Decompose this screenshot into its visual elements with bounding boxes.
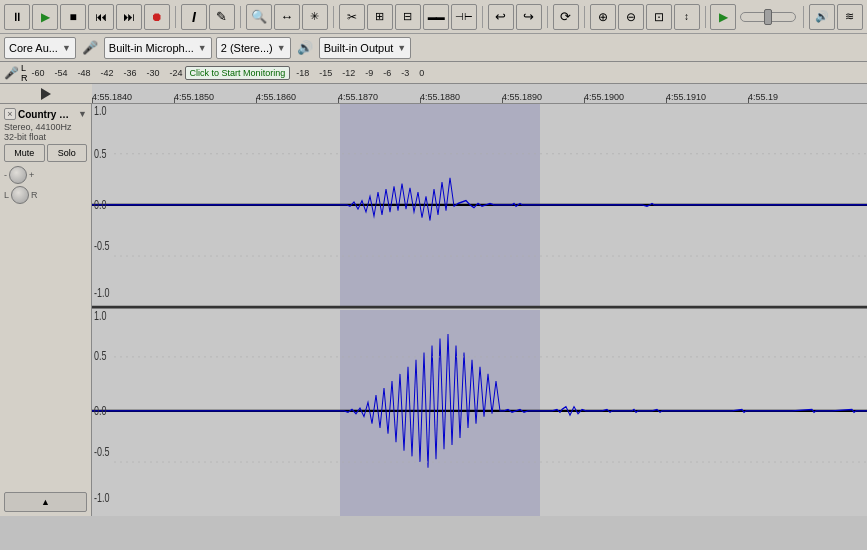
audio-host-select[interactable]: Core Au... ▼ [4, 37, 76, 59]
collapse-button[interactable]: ▲ [4, 492, 87, 512]
separator6 [584, 6, 585, 28]
zoom-in-tool-button[interactable]: 🔍 [246, 4, 272, 30]
ruler-label-8: 4:55.19 [748, 92, 778, 102]
output-device-label: Built-in Output [324, 42, 394, 54]
channel-select[interactable]: 2 (Stere...) ▼ [216, 37, 291, 59]
timeline-ruler: 4:55.18404:55.18504:55.18604:55.18704:55… [0, 84, 867, 104]
channel-arrow: ▼ [277, 43, 286, 53]
playhead-triangle[interactable] [41, 88, 51, 100]
paste-button[interactable]: ⊟ [395, 4, 421, 30]
separator5 [547, 6, 548, 28]
pan-row: L R [4, 186, 87, 204]
redo-button[interactable]: ↪ [516, 4, 542, 30]
undo-button[interactable]: ↩ [488, 4, 514, 30]
skip-back-button[interactable]: ⏮ [88, 4, 114, 30]
level-0: 0 [419, 68, 424, 78]
level-minus42: -42 [101, 68, 114, 78]
input-device-select[interactable]: Built-in Microph... ▼ [104, 37, 212, 59]
zoom-fit-v-button[interactable]: ↕ [674, 4, 700, 30]
speaker-icon: 🔊 [297, 40, 313, 55]
zoom-out-button[interactable]: ⊖ [618, 4, 644, 30]
output-device-arrow: ▼ [397, 43, 406, 53]
eq-button[interactable]: ≋ [837, 4, 863, 30]
stop-button[interactable]: ■ [60, 4, 86, 30]
ruler-label-1: 4:55.1850 [174, 92, 214, 102]
track-dropdown-arrow[interactable]: ▼ [75, 109, 87, 119]
zoom-in-button[interactable]: ⊕ [590, 4, 616, 30]
cursor-tool-button[interactable]: I [181, 4, 207, 30]
play-at-speed-button[interactable]: ▶ [710, 4, 736, 30]
track-panel: × Country Roc ▼ Stereo, 44100Hz 32-bit f… [0, 104, 92, 516]
svg-text:1.0: 1.0 [94, 104, 107, 118]
timeline-left [0, 84, 92, 104]
svg-text:-0.5: -0.5 [94, 445, 110, 459]
transport-toolbar: ⏸ ▶ ■ ⏮ ⏭ ⏺ I ✎ 🔍 ↔ ✳ ✂ ⊞ ⊟ ▬▬ ⊣⊢ ↩ ↪ ⟳ … [0, 0, 867, 34]
trim-button[interactable]: ⊣⊢ [451, 4, 477, 30]
zoom-fit-h-button[interactable]: ⊡ [646, 4, 672, 30]
level-minus30: -30 [147, 68, 160, 78]
svg-text:0.0: 0.0 [94, 404, 107, 418]
separator7 [705, 6, 706, 28]
track-buttons: Mute Solo [4, 144, 87, 162]
ruler-label-5: 4:55.1890 [502, 92, 542, 102]
pan-left-label: L [4, 190, 9, 200]
sync-button[interactable]: ⟳ [553, 4, 579, 30]
skip-forward-button[interactable]: ⏭ [116, 4, 142, 30]
svg-text:0.0: 0.0 [94, 198, 107, 212]
audio-host-arrow: ▼ [62, 43, 71, 53]
pencil-tool-button[interactable]: ✎ [209, 4, 235, 30]
pause-button[interactable]: ⏸ [4, 4, 30, 30]
level-minus18r: -18 [296, 68, 309, 78]
pan-knob[interactable] [11, 186, 29, 204]
track-info-line2: 32-bit float [4, 132, 87, 142]
track-name: Country Roc [18, 109, 75, 120]
record-button[interactable]: ⏺ [144, 4, 170, 30]
input-device-label: Built-in Microph... [109, 42, 194, 54]
gain-row: - + [4, 166, 87, 184]
play-button[interactable]: ▶ [32, 4, 58, 30]
ruler-label-0: 4:55.1840 [92, 92, 132, 102]
level-minus6r: -6 [383, 68, 391, 78]
timeline-inner: 4:55.18404:55.18504:55.18604:55.18704:55… [92, 84, 867, 104]
ruler-label-3: 4:55.1870 [338, 92, 378, 102]
svg-text:0.5: 0.5 [94, 146, 107, 160]
pan-right-label: R [31, 190, 38, 200]
svg-text:-1.0: -1.0 [94, 490, 110, 504]
level-minus60: -60 [32, 68, 45, 78]
track-info: Stereo, 44100Hz 32-bit float [4, 122, 87, 142]
monitor-mic-icon: 🎤 [4, 66, 19, 80]
separator3 [333, 6, 334, 28]
output-device-select[interactable]: Built-in Output ▼ [319, 37, 412, 59]
level-minus9: -9 [365, 68, 373, 78]
waveform-svg: 1.0 0.5 0.0 -0.5 -1.0 1.0 0.5 0.0 -0.5 -… [92, 104, 867, 516]
separator4 [482, 6, 483, 28]
level-minus3: -3 [401, 68, 409, 78]
lr-indicator: LR [21, 63, 28, 83]
volume-icon-button[interactable]: 🔊 [809, 4, 835, 30]
copy-trim-button[interactable]: ⊞ [367, 4, 393, 30]
speed-slider[interactable] [740, 12, 796, 22]
main-area: × Country Roc ▼ Stereo, 44100Hz 32-bit f… [0, 104, 867, 516]
select-tool-button[interactable]: ↔ [274, 4, 300, 30]
svg-text:1.0: 1.0 [94, 308, 107, 322]
gain-plus-label: + [29, 170, 34, 180]
ruler-label-7: 4:55.1910 [666, 92, 706, 102]
start-monitoring-button[interactable]: Click to Start Monitoring [185, 66, 291, 80]
level-minus54: -54 [55, 68, 68, 78]
silence-button[interactable]: ▬▬ [423, 4, 449, 30]
multi-tool-button[interactable]: ✳ [302, 4, 328, 30]
track-close-button[interactable]: × [4, 108, 16, 120]
ruler-label-6: 4:55.1900 [584, 92, 624, 102]
level-minus24: -24 [170, 68, 183, 78]
waveform-area[interactable]: 1.0 0.5 0.0 -0.5 -1.0 1.0 0.5 0.0 -0.5 -… [92, 104, 867, 516]
svg-text:-1.0: -1.0 [94, 286, 110, 300]
mute-button[interactable]: Mute [4, 144, 45, 162]
track-bottom: ▲ [4, 206, 87, 512]
device-bar: Core Au... ▼ 🎤 Built-in Microph... ▼ 2 (… [0, 34, 867, 62]
gain-knob[interactable] [9, 166, 27, 184]
cut-button[interactable]: ✂ [339, 4, 365, 30]
svg-text:0.5: 0.5 [94, 348, 107, 362]
level-minus15: -15 [319, 68, 332, 78]
ruler-label-2: 4:55.1860 [256, 92, 296, 102]
solo-button[interactable]: Solo [47, 144, 88, 162]
